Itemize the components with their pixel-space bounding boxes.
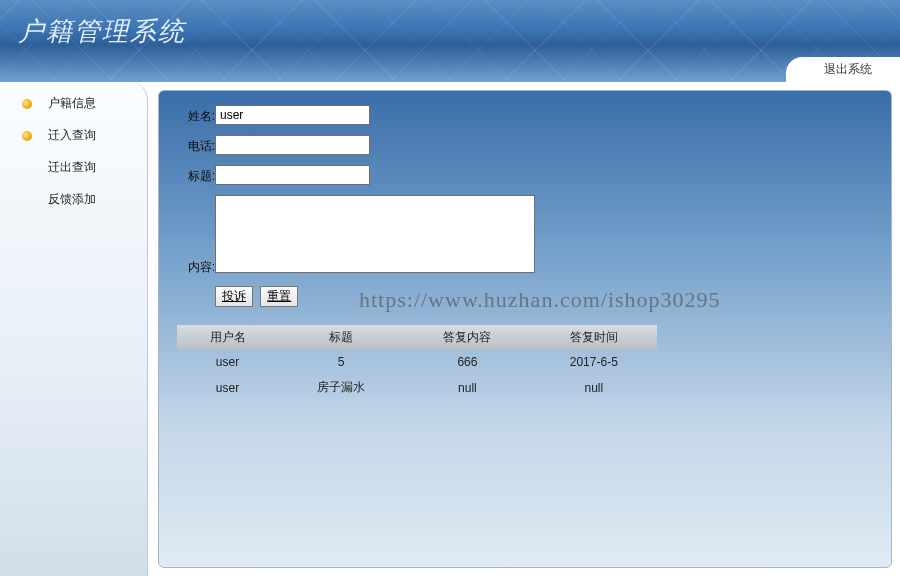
sidebar-item-label: 反馈添加 — [48, 191, 96, 208]
th-reply-content: 答复内容 — [404, 325, 530, 350]
bullet-icon — [22, 99, 32, 109]
reply-table: 用户名 标题 答复内容 答复时间 user 5 666 2017-6-5 use… — [177, 325, 657, 401]
name-input[interactable] — [215, 105, 370, 125]
table-row: user 5 666 2017-6-5 — [177, 350, 657, 374]
reset-button[interactable]: 重置 — [260, 286, 298, 307]
sidebar-item-label: 户籍信息 — [48, 95, 96, 112]
body: 户籍信息 迁入查询 迁出查询 反馈添加 姓名: 电话: 标题: — [0, 82, 900, 576]
logout-button[interactable]: 退出系统 — [786, 57, 900, 82]
cell: null — [531, 374, 657, 401]
submit-button[interactable]: 投诉 — [215, 286, 253, 307]
title-label: 标题: — [177, 165, 215, 185]
main-panel: 姓名: 电话: 标题: 内容: 投诉 重置 — [158, 90, 892, 568]
name-label: 姓名: — [177, 105, 215, 125]
header: 户籍管理系统 退出系统 — [0, 0, 900, 82]
cell: 房子漏水 — [278, 374, 404, 401]
cell: user — [177, 350, 278, 374]
bullet-icon — [22, 131, 32, 141]
form-row-content: 内容: — [177, 195, 873, 276]
content-textarea[interactable] — [215, 195, 535, 273]
sidebar-item-qianchu[interactable]: 迁出查询 — [0, 152, 147, 184]
button-row: 投诉 重置 — [177, 286, 873, 307]
table-row: user 房子漏水 null null — [177, 374, 657, 401]
sidebar-item-fankui[interactable]: 反馈添加 — [0, 184, 147, 216]
title-input[interactable] — [215, 165, 370, 185]
sidebar-item-label: 迁出查询 — [48, 159, 96, 176]
phone-label: 电话: — [177, 135, 215, 155]
form-row-name: 姓名: — [177, 105, 873, 125]
cell: null — [404, 374, 530, 401]
phone-input[interactable] — [215, 135, 370, 155]
table-header-row: 用户名 标题 答复内容 答复时间 — [177, 325, 657, 350]
sidebar: 户籍信息 迁入查询 迁出查询 反馈添加 — [0, 82, 148, 576]
sidebar-item-label: 迁入查询 — [48, 127, 96, 144]
content-label: 内容: — [177, 195, 215, 276]
cell: 666 — [404, 350, 530, 374]
cell: user — [177, 374, 278, 401]
th-title: 标题 — [278, 325, 404, 350]
cell: 2017-6-5 — [531, 350, 657, 374]
sidebar-item-huji[interactable]: 户籍信息 — [0, 88, 147, 120]
form-row-phone: 电话: — [177, 135, 873, 155]
th-username: 用户名 — [177, 325, 278, 350]
form-row-title: 标题: — [177, 165, 873, 185]
sidebar-item-qianru[interactable]: 迁入查询 — [0, 120, 147, 152]
cell: 5 — [278, 350, 404, 374]
th-reply-time: 答复时间 — [531, 325, 657, 350]
main: 姓名: 电话: 标题: 内容: 投诉 重置 — [148, 82, 900, 576]
app-title: 户籍管理系统 — [18, 14, 186, 49]
